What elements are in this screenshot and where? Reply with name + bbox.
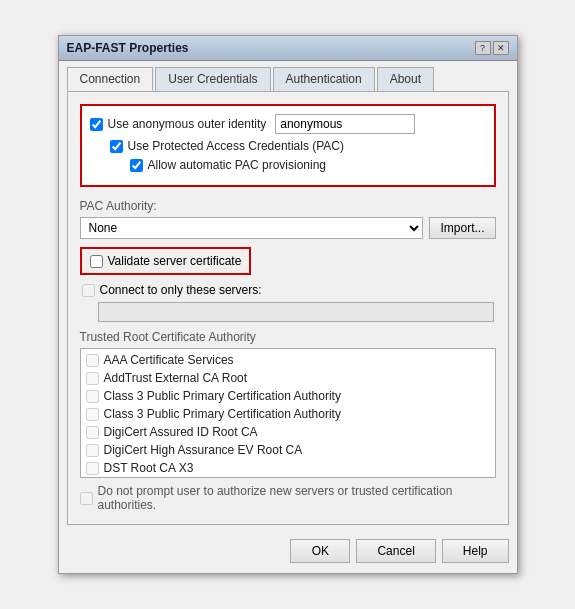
tab-connection[interactable]: Connection xyxy=(67,67,154,91)
tab-authentication[interactable]: Authentication xyxy=(273,67,375,91)
list-item: DigiCert High Assurance EV Root CA xyxy=(81,441,495,459)
cert-checkbox-5[interactable] xyxy=(86,444,99,457)
cert-checkbox-1[interactable] xyxy=(86,372,99,385)
eap-fast-dialog: EAP-FAST Properties ? ✕ Connection User … xyxy=(58,35,518,574)
cert-checkbox-2[interactable] xyxy=(86,390,99,403)
cert-list[interactable]: AAA Certificate Services AddTrust Extern… xyxy=(80,348,496,478)
tab-about[interactable]: About xyxy=(377,67,434,91)
tab-content: Use anonymous outer identity Use Protect… xyxy=(67,91,509,525)
pac-authority-row: None Import... xyxy=(80,217,496,239)
help-title-btn[interactable]: ? xyxy=(475,41,491,55)
list-item: AddTrust External CA Root xyxy=(81,369,495,387)
cert-checkbox-4[interactable] xyxy=(86,426,99,439)
do-not-prompt-label: Do not prompt user to authorize new serv… xyxy=(98,484,496,512)
anonymous-input[interactable] xyxy=(275,114,415,134)
allow-auto-label: Allow automatic PAC provisioning xyxy=(148,158,327,172)
list-item: DigiCert Assured ID Root CA xyxy=(81,423,495,441)
import-button[interactable]: Import... xyxy=(429,217,495,239)
cert-checkbox-3[interactable] xyxy=(86,408,99,421)
validate-server-box: Validate server certificate xyxy=(80,247,252,275)
title-bar-buttons: ? ✕ xyxy=(475,41,509,55)
dialog-title: EAP-FAST Properties xyxy=(67,41,189,55)
connect-only-row: Connect to only these servers: xyxy=(80,283,496,297)
pac-section-box: Use anonymous outer identity Use Protect… xyxy=(80,104,496,187)
list-item: Class 3 Public Primary Certification Aut… xyxy=(81,387,495,405)
anonymous-label: Use anonymous outer identity xyxy=(108,117,267,131)
help-button[interactable]: Help xyxy=(442,539,509,563)
list-item: DST Root CA X3 xyxy=(81,459,495,477)
protected-access-row: Use Protected Access Credentials (PAC) xyxy=(110,139,486,153)
validate-server-label: Validate server certificate xyxy=(108,254,242,268)
pac-authority-label: PAC Authority: xyxy=(80,199,496,213)
list-item: Class 3 Public Primary Certification Aut… xyxy=(81,405,495,423)
title-bar: EAP-FAST Properties ? ✕ xyxy=(59,36,517,61)
button-row: OK Cancel Help xyxy=(59,533,517,573)
list-item: AAA Certificate Services xyxy=(81,351,495,369)
ok-button[interactable]: OK xyxy=(290,539,350,563)
allow-auto-row: Allow automatic PAC provisioning xyxy=(130,158,486,172)
pac-authority-dropdown[interactable]: None xyxy=(80,217,424,239)
servers-input[interactable] xyxy=(98,302,494,322)
do-not-prompt-checkbox[interactable] xyxy=(80,492,93,505)
do-not-prompt-row: Do not prompt user to authorize new serv… xyxy=(80,484,496,512)
tab-bar: Connection User Credentials Authenticati… xyxy=(59,61,517,91)
close-title-btn[interactable]: ✕ xyxy=(493,41,509,55)
tab-user-credentials[interactable]: User Credentials xyxy=(155,67,270,91)
cert-checkbox-0[interactable] xyxy=(86,354,99,367)
cert-checkbox-6[interactable] xyxy=(86,462,99,475)
anonymous-row: Use anonymous outer identity xyxy=(90,114,486,134)
connect-only-label: Connect to only these servers: xyxy=(100,283,262,297)
validate-server-checkbox[interactable] xyxy=(90,255,103,268)
protected-access-label: Use Protected Access Credentials (PAC) xyxy=(128,139,345,153)
protected-access-checkbox[interactable] xyxy=(110,140,123,153)
anonymous-checkbox[interactable] xyxy=(90,118,103,131)
allow-auto-checkbox[interactable] xyxy=(130,159,143,172)
trusted-root-label: Trusted Root Certificate Authority xyxy=(80,330,496,344)
cancel-button[interactable]: Cancel xyxy=(356,539,435,563)
connect-only-checkbox[interactable] xyxy=(82,284,95,297)
